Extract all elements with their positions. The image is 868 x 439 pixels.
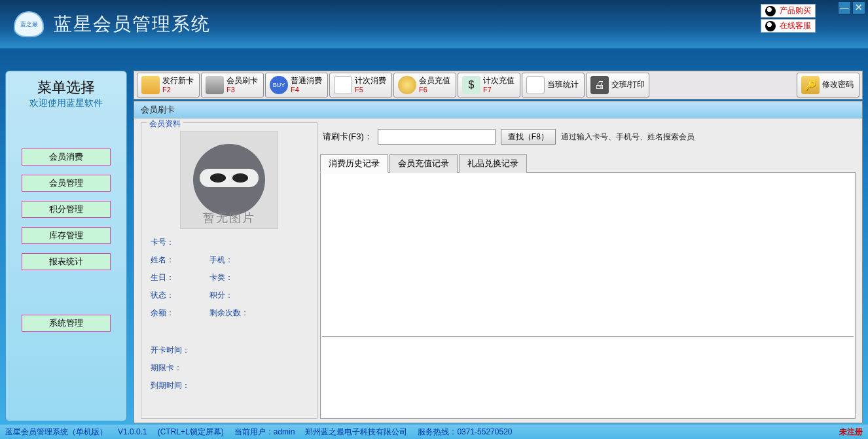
record-tabs: 消费历史记录 会员充值记录 礼品兑换记录 <box>320 154 856 173</box>
field-remain: 剩余次数： <box>209 307 249 319</box>
app-title: 蓝星会员管理系统 <box>54 12 211 37</box>
doc-icon <box>526 76 545 94</box>
tb-label: 修改密码 <box>822 80 854 90</box>
tb-label: 当班统计 <box>547 80 579 90</box>
sidebar-item-system[interactable]: 系统管理 <box>22 315 111 332</box>
window-controls: — ✕ <box>838 1 865 14</box>
tb-swipe-card[interactable]: 会员刷卡F3 <box>201 73 264 97</box>
tb-shift-stats[interactable]: 当班统计 <box>522 73 585 97</box>
tb-handover-print[interactable]: 🖨交班/打印 <box>586 73 649 97</box>
online-service-link[interactable]: 在线客服 <box>761 19 816 33</box>
field-limitcard: 期限卡： <box>151 362 209 374</box>
printer-icon: 🖨 <box>590 76 609 94</box>
field-status: 状态： <box>151 290 209 301</box>
coin-icon <box>398 76 416 94</box>
qq-icon <box>765 6 776 16</box>
product-buy-label: 产品购买 <box>780 5 811 16</box>
tb-label: 计次消费 <box>355 77 386 86</box>
member-legend: 会员资料 <box>147 118 183 130</box>
tb-label: 普通消费 <box>291 77 322 86</box>
sidebar-item-points[interactable]: 积分管理 <box>22 201 111 218</box>
tb-change-password[interactable]: 🔑修改密码 <box>797 73 859 97</box>
field-phone: 手机： <box>209 255 233 266</box>
sidebar: 菜单选择 欢迎使用蓝星软件 会员消费 会员管理 积分管理 库存管理 报表统计 系… <box>5 71 127 421</box>
tab-gift-history[interactable]: 礼品兑换记录 <box>459 154 527 173</box>
tb-fn: F7 <box>483 86 515 94</box>
tb-fn: F6 <box>419 86 450 94</box>
field-name: 姓名： <box>151 255 209 266</box>
sidebar-subtitle: 欢迎使用蓝星软件 <box>6 97 126 109</box>
sidebar-item-member[interactable]: 会员管理 <box>22 175 111 192</box>
card-icon <box>141 76 160 94</box>
field-cardtype: 卡类： <box>209 272 233 283</box>
search-label: 请刷卡(F3)： <box>323 131 372 143</box>
tb-fn: F2 <box>162 86 194 94</box>
status-version: V1.0.0.1 <box>118 427 147 436</box>
member-avatar: 暂无图片 <box>180 131 278 229</box>
field-balance: 余额： <box>151 307 209 319</box>
tab-consume-history[interactable]: 消费历史记录 <box>320 154 388 173</box>
tb-issue-card[interactable]: 发行新卡F2 <box>137 73 200 97</box>
status-lockhint: (CTRL+L锁定屏幕) <box>158 427 224 438</box>
search-button[interactable]: 查找（F8） <box>501 129 556 145</box>
close-button[interactable]: ✕ <box>852 1 865 14</box>
minimize-button[interactable]: — <box>838 1 851 14</box>
tb-count-consume[interactable]: 计次消费F5 <box>329 73 392 97</box>
search-row: 请刷卡(F3)： 查找（F8） 通过输入卡号、手机号、姓名搜索会员 <box>320 122 856 154</box>
tb-fn: F4 <box>291 86 322 94</box>
title-bar: 蓝之最 蓝星会员管理系统 产品购买 在线客服 — ✕ <box>0 0 868 49</box>
tb-label: 计次充值 <box>483 77 515 86</box>
tb-recharge[interactable]: 会员充值F6 <box>393 73 456 97</box>
tb-fn: F5 <box>355 86 386 94</box>
tb-label: 会员刷卡 <box>226 77 258 86</box>
status-product: 蓝星会员管理系统（单机版） <box>5 427 107 438</box>
status-hotline: 服务热线：0371-55270520 <box>418 427 512 438</box>
tb-label: 交班/打印 <box>611 80 645 90</box>
field-opentime: 开卡时间： <box>151 345 209 356</box>
product-buy-link[interactable]: 产品购买 <box>761 4 816 18</box>
logo-icon: 蓝之最 <box>14 11 44 37</box>
avatar-icon <box>193 144 265 216</box>
main-header: 会员刷卡 <box>134 101 862 118</box>
field-points: 积分： <box>209 290 233 301</box>
avatar-placeholder: 暂无图片 <box>203 210 255 226</box>
status-unregistered: 未注册 <box>839 427 863 438</box>
money-icon: $ <box>462 76 480 94</box>
sidebar-item-consume[interactable]: 会员消费 <box>22 149 111 166</box>
status-company: 郑州蓝之最电子科技有限公司 <box>305 427 407 438</box>
tb-count-recharge[interactable]: $计次充值F7 <box>458 73 520 97</box>
sidebar-title: 菜单选择 <box>6 77 126 97</box>
online-service-label: 在线客服 <box>780 20 811 31</box>
main-panel: 会员刷卡 会员资料 暂无图片 卡号： 姓名：手机： 生日：卡类： 状态：积分： … <box>134 101 863 423</box>
tb-fn: F3 <box>226 86 258 94</box>
tab-recharge-history[interactable]: 会员充值记录 <box>389 154 458 173</box>
records-pane-lower <box>322 338 854 417</box>
records-pane-upper <box>322 174 854 337</box>
tb-label: 发行新卡 <box>162 77 194 86</box>
sidebar-item-reports[interactable]: 报表统计 <box>22 253 111 270</box>
field-cardno: 卡号： <box>151 237 209 248</box>
top-links: 产品购买 在线客服 <box>761 4 816 33</box>
tb-label: 会员充值 <box>419 77 450 86</box>
buy-icon: BUY <box>270 76 288 94</box>
toolbar: 发行新卡F2 会员刷卡F3 BUY普通消费F4 计次消费F5 会员充值F6 $计… <box>134 71 863 99</box>
swipe-icon <box>206 76 224 94</box>
status-bar: 蓝星会员管理系统（单机版） V1.0.0.1 (CTRL+L锁定屏幕) 当前用户… <box>0 425 868 439</box>
tab-content <box>320 173 856 419</box>
search-hint: 通过输入卡号、手机号、姓名搜索会员 <box>561 132 695 143</box>
note-icon <box>334 76 352 94</box>
sidebar-item-stock[interactable]: 库存管理 <box>22 227 111 244</box>
qq-icon <box>765 21 776 31</box>
status-user: 当前用户：admin <box>234 427 295 438</box>
field-expiretime: 到期时间： <box>151 380 209 391</box>
app-logo: 蓝之最 <box>9 8 48 41</box>
member-info-group: 会员资料 暂无图片 卡号： 姓名：手机： 生日：卡类： 状态：积分： 余额：剩余… <box>141 122 317 419</box>
card-search-input[interactable] <box>378 129 496 145</box>
key-icon: 🔑 <box>801 76 820 94</box>
tb-normal-consume[interactable]: BUY普通消费F4 <box>265 73 328 97</box>
field-birthday: 生日： <box>151 272 209 283</box>
right-panel: 请刷卡(F3)： 查找（F8） 通过输入卡号、手机号、姓名搜索会员 消费历史记录… <box>320 122 856 419</box>
